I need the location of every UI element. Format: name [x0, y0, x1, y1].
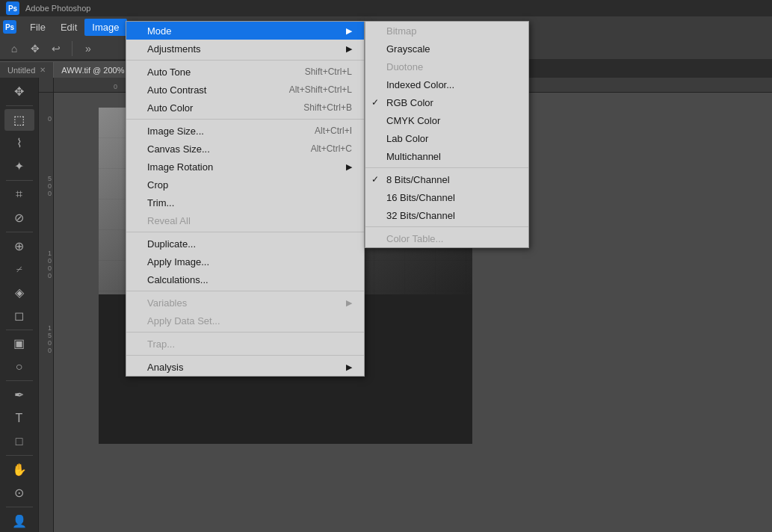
mode-divider-2: [365, 226, 528, 227]
menu-image-size-label: Image Size...: [147, 126, 204, 137]
move-icon[interactable]: ✥: [27, 40, 43, 57]
menu-item-file[interactable]: File: [22, 19, 53, 36]
menu-auto-color-label: Auto Color: [147, 102, 193, 114]
mode-duotone: Duotone: [365, 58, 528, 75]
menu-canvas-size[interactable]: Canvas Size... Alt+Ctrl+C: [126, 140, 364, 158]
home-icon[interactable]: ⌂: [6, 40, 22, 57]
menu-apply-image[interactable]: Apply Image...: [126, 253, 364, 270]
mode-16-bits[interactable]: 16 Bits/Channel: [365, 188, 528, 206]
ps-logo-icon: Ps: [6, 1, 19, 15]
menu-duplicate-label: Duplicate...: [147, 238, 196, 250]
menu-divider-4: [126, 291, 364, 291]
menu-variables-arrow: ▶: [346, 298, 352, 308]
menu-trim[interactable]: Trim...: [126, 194, 364, 211]
menu-crop[interactable]: Crop: [126, 176, 364, 194]
menu-auto-contrast[interactable]: Auto Contrast Alt+Shift+Ctrl+L: [126, 81, 364, 99]
menu-canvas-size-shortcut: Alt+Ctrl+C: [296, 143, 352, 154]
mode-indexed-color-label: Indexed Color...: [386, 79, 454, 90]
tool-gradient[interactable]: ▣: [4, 332, 34, 354]
menu-image-size-shortcut: Alt+Ctrl+I: [300, 126, 352, 136]
tool-divider-1: [6, 105, 33, 106]
menu-analysis[interactable]: Analysis ▶: [126, 358, 364, 376]
menu-auto-color[interactable]: Auto Color Shift+Ctrl+B: [126, 99, 364, 117]
menu-trap: Trap...: [126, 335, 364, 353]
tool-type[interactable]: T: [4, 407, 34, 429]
menu-apply-data-set: Apply Data Set...: [126, 312, 364, 330]
tool-person[interactable]: 👤: [4, 510, 34, 532]
menu-image-rotation-arrow: ▶: [346, 162, 352, 172]
ps-logo: Ps: [3, 20, 16, 34]
ruler-left-mark-1500: 1500: [48, 324, 52, 354]
tool-eraser[interactable]: ◻: [4, 305, 34, 327]
mode-rgb-color[interactable]: ✓ RGB Color: [365, 93, 528, 111]
menu-mode[interactable]: Mode ▶: [126, 22, 364, 40]
menu-adjustments-label: Adjustments: [147, 43, 201, 55]
menu-item-image[interactable]: Image: [84, 19, 126, 36]
tab-untitled-close[interactable]: ✕: [40, 66, 46, 74]
tool-divider-2: [6, 180, 33, 181]
menu-auto-contrast-shortcut: Alt+Shift+Ctrl+L: [274, 84, 352, 95]
menu-item-edit[interactable]: Edit: [53, 19, 84, 36]
menu-reveal-all-label: Reveal All: [147, 215, 191, 226]
mode-8-bits[interactable]: ✓ 8 Bits/Channel: [365, 170, 528, 188]
tool-crop[interactable]: ⌗: [4, 184, 34, 205]
menu-duplicate[interactable]: Duplicate...: [126, 235, 364, 253]
ruler-mark-0: 0: [114, 83, 117, 90]
tool-hand[interactable]: ✋: [4, 459, 34, 480]
mode-cmyk-label: CMYK Color: [386, 115, 440, 126]
menu-analysis-arrow: ▶: [346, 362, 352, 372]
mode-menu: Bitmap Grayscale Duotone Indexed Color..…: [365, 21, 529, 248]
tool-magic-wand[interactable]: ✦: [4, 155, 34, 177]
mode-lab-color[interactable]: Lab Color: [365, 129, 528, 147]
menu-calculations[interactable]: Calculations...: [126, 270, 364, 288]
mode-indexed-color[interactable]: Indexed Color...: [365, 75, 528, 93]
mode-multichannel-label: Multichannel: [386, 151, 441, 162]
mode-bitmap-label: Bitmap: [386, 25, 416, 37]
menu-divider-6: [126, 355, 364, 356]
image-menu-dropdown: Mode ▶ Adjustments ▶ Auto Tone Shift+Ctr…: [126, 21, 365, 377]
toolbar: ✥ ⬚ ⌇ ✦ ⌗ ⊘ ⊕ ⌿ ◈ ◻ ▣ ○ ✒ T □ ✋ ⊙ 👤: [0, 78, 39, 532]
tool-lasso[interactable]: ⌇: [4, 132, 34, 154]
ruler-left-mark-0: 0: [48, 115, 52, 123]
menu-calculations-label: Calculations...: [147, 274, 209, 285]
menu-trap-label: Trap...: [147, 338, 175, 350]
mode-16bits-label: 16 Bits/Channel: [386, 192, 455, 203]
menu-variables: Variables ▶: [126, 294, 364, 312]
menu-apply-image-label: Apply Image...: [147, 256, 209, 267]
tool-zoom[interactable]: ⊙: [4, 482, 34, 504]
mode-grayscale[interactable]: Grayscale: [365, 40, 528, 58]
menu-image-rotation[interactable]: Image Rotation ▶: [126, 158, 364, 176]
tool-brush[interactable]: ⌿: [4, 259, 34, 280]
menu-apply-data-set-label: Apply Data Set...: [147, 315, 220, 327]
tool-divider-5: [6, 380, 33, 381]
menu-auto-tone[interactable]: Auto Tone Shift+Ctrl+L: [126, 63, 364, 81]
mode-32-bits[interactable]: 32 Bits/Channel: [365, 206, 528, 224]
tool-clone[interactable]: ◈: [4, 282, 34, 303]
ruler-left-mark-1000: 1000: [48, 250, 52, 279]
menu-analysis-label: Analysis: [147, 362, 183, 373]
mode-multichannel[interactable]: Multichannel: [365, 147, 528, 165]
mode-color-table: Color Table...: [365, 229, 528, 247]
tool-eyedropper[interactable]: ⊘: [4, 207, 34, 229]
tool-healing[interactable]: ⊕: [4, 235, 34, 257]
options-more[interactable]: »: [80, 40, 96, 57]
tool-shape[interactable]: □: [4, 430, 34, 452]
tab-untitled[interactable]: Untitled ✕: [0, 61, 54, 78]
tool-pen[interactable]: ✒: [4, 384, 34, 406]
menu-image-size[interactable]: Image Size... Alt+Ctrl+I: [126, 122, 364, 140]
tool-divider-7: [6, 507, 33, 507]
mode-8bits-checkmark: ✓: [371, 174, 379, 185]
tool-divider-4: [6, 330, 33, 330]
menu-divider-3: [126, 232, 364, 232]
tool-move[interactable]: ✥: [4, 81, 34, 102]
mode-cmyk-color[interactable]: CMYK Color: [365, 111, 528, 129]
tool-dodge[interactable]: ○: [4, 356, 34, 377]
menu-adjustments[interactable]: Adjustments ▶: [126, 40, 364, 58]
arrow-icon[interactable]: ↩: [48, 40, 64, 57]
menu-mode-label: Mode: [147, 25, 172, 37]
menu-variables-label: Variables: [147, 297, 187, 309]
menu-image-rotation-label: Image Rotation: [147, 161, 213, 173]
mode-grayscale-label: Grayscale: [386, 43, 430, 55]
tool-select-rect[interactable]: ⬚: [4, 109, 34, 131]
menu-mode-arrow: ▶: [346, 26, 352, 36]
